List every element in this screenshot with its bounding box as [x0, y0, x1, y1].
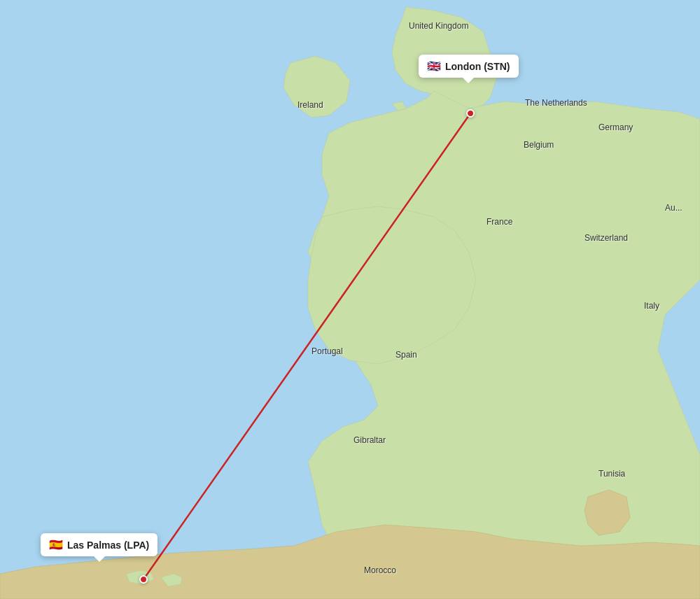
london-dot	[466, 109, 475, 118]
laspalmas-dot	[139, 575, 148, 584]
map-container: United Kingdom Ireland The Netherlands G…	[0, 0, 700, 599]
map-svg	[0, 0, 700, 599]
